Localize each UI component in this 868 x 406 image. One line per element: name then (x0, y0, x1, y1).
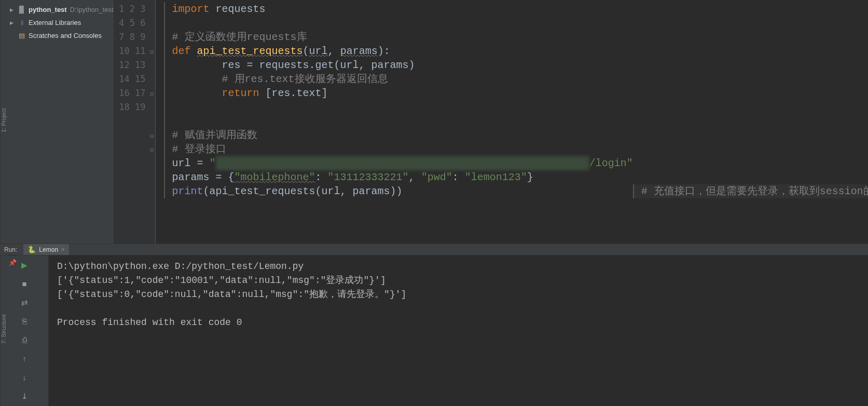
soft-wrap-button[interactable]: ⤓ (19, 390, 30, 402)
line-number[interactable]: 2 (130, 4, 135, 14)
fold-end-icon[interactable]: ⊡ (150, 87, 154, 101)
line-number[interactable]: 15 (135, 74, 145, 84)
run-tool-header: Run: 🐍 Lemon × (0, 243, 868, 255)
rerun-button[interactable]: ▶ (19, 260, 30, 271)
down-button[interactable]: ↓ (19, 372, 30, 383)
favorites-tool-stripe[interactable]: 📌 (8, 255, 17, 406)
line-number[interactable]: 11 (135, 46, 145, 56)
stop-button[interactable]: ■ (19, 278, 30, 290)
builtin-call: print (172, 185, 203, 197)
editor-gutter[interactable]: 1 2 3 4⊟ 5 6 7⊡ 8 9 10⊟ 11⊡ 12 13 14 15 … (114, 0, 156, 243)
project-tool-stripe[interactable]: 1: Project (0, 0, 7, 243)
structure-tool-stripe[interactable]: 7: Structure (0, 255, 8, 406)
python-file-icon: 🐍 (27, 246, 36, 253)
project-tree-pane: ▶ ▉ python_test D:\python_test ▶ ⦀ Exter… (7, 0, 114, 243)
print-button[interactable]: ⎙ (19, 334, 30, 346)
line-number[interactable]: 9 (140, 32, 145, 42)
run-tab[interactable]: 🐍 Lemon × (23, 244, 69, 255)
line-number[interactable]: 19 (135, 102, 145, 112)
expand-arrow-icon[interactable]: ▶ (10, 20, 17, 25)
keyword: def (172, 45, 191, 57)
project-root-name: python_test (29, 6, 67, 13)
line-number[interactable]: 5 (130, 18, 135, 28)
fold-end-icon[interactable]: ⊡ (150, 143, 154, 157)
scratches-node[interactable]: ▤ Scratches and Consoles (7, 29, 114, 42)
comment: # 用res.text接收服务器返回信息 (222, 73, 388, 85)
pin-icon: 📌 (9, 259, 17, 266)
comment: # 充值接口，但是需要先登录，获取到session的 (641, 185, 868, 197)
line-number[interactable]: 12 (119, 60, 129, 70)
blurred-url: xxxxxxxxxxxxxxxxxxxxxxxxxxxxxxxxxxxxxxxx… (216, 156, 589, 170)
structure-stripe-label: 7: Structure (1, 315, 7, 344)
external-libraries-label: External Libraries (29, 19, 81, 26)
fold-icon[interactable]: ⊟ (150, 129, 154, 143)
run-tab-name: Lemon (39, 246, 58, 253)
line-number[interactable]: 4 (119, 18, 124, 28)
run-toolbar: ▶ ■ ⇄ ⎘ ⎙ ↑ ↓ ⤓ (17, 255, 49, 406)
comment: # 登录接口 (172, 143, 226, 155)
project-stripe-label: 1: Project (1, 108, 7, 132)
keyword: import (172, 3, 210, 15)
run-label: Run: (4, 246, 17, 253)
project-root-path: D:\python_test (70, 6, 114, 13)
console-line: Process finished with exit code 0 (57, 317, 242, 328)
fold-icon[interactable]: ⊟ (150, 45, 154, 59)
scratches-label: Scratches and Consoles (29, 32, 102, 39)
line-number[interactable]: 10 (119, 46, 129, 56)
external-libraries-node[interactable]: ▶ ⦀ External Libraries (7, 16, 114, 29)
export-button[interactable]: ⎘ (19, 316, 30, 327)
line-number[interactable]: 6 (140, 18, 145, 28)
code-editor[interactable]: 1 2 3 4⊟ 5 6 7⊡ 8 9 10⊟ 11⊡ 12 13 14 15 … (114, 0, 869, 243)
layout-button[interactable]: ⇄ (19, 297, 30, 308)
comment: # 赋值并调用函数 (172, 129, 257, 141)
library-icon: ⦀ (17, 19, 26, 27)
module-name: requests (216, 3, 266, 15)
code-text: res = requests.get(url, params) (222, 59, 415, 71)
code-content[interactable]: import requests # 定义函数使用requests库 def ap… (156, 0, 869, 243)
console-line: ['{"status":1,"code":"10001","data":null… (57, 275, 386, 286)
run-console[interactable]: D:\python\python.exe D:/python_test/Lemo… (49, 255, 868, 406)
line-number[interactable]: 17 (135, 88, 145, 98)
function-name: api_test_requests (197, 45, 303, 57)
line-number[interactable]: 7 (119, 32, 124, 42)
keyword: return (222, 87, 259, 99)
line-number[interactable]: 1 (119, 4, 124, 14)
folder-icon: ▉ (17, 6, 26, 13)
line-number[interactable]: 13 (135, 60, 145, 70)
console-line: D:\python\python.exe D:/python_test/Lemo… (57, 261, 304, 272)
comment: # 定义函数使用requests库 (172, 31, 307, 43)
line-number[interactable]: 16 (119, 88, 129, 98)
line-number[interactable]: 8 (130, 32, 135, 42)
up-button[interactable]: ↑ (19, 353, 30, 364)
project-root-node[interactable]: ▶ ▉ python_test D:\python_test (7, 3, 114, 16)
scratches-icon: ▤ (17, 32, 26, 39)
close-icon[interactable]: × (61, 246, 65, 253)
line-number[interactable]: 3 (140, 4, 145, 14)
console-line: ['{"status":0,"code":null,"data":null,"m… (57, 289, 406, 300)
line-number[interactable]: 18 (119, 102, 129, 112)
line-number[interactable]: 14 (119, 74, 129, 84)
expand-arrow-icon[interactable]: ▶ (10, 7, 17, 12)
